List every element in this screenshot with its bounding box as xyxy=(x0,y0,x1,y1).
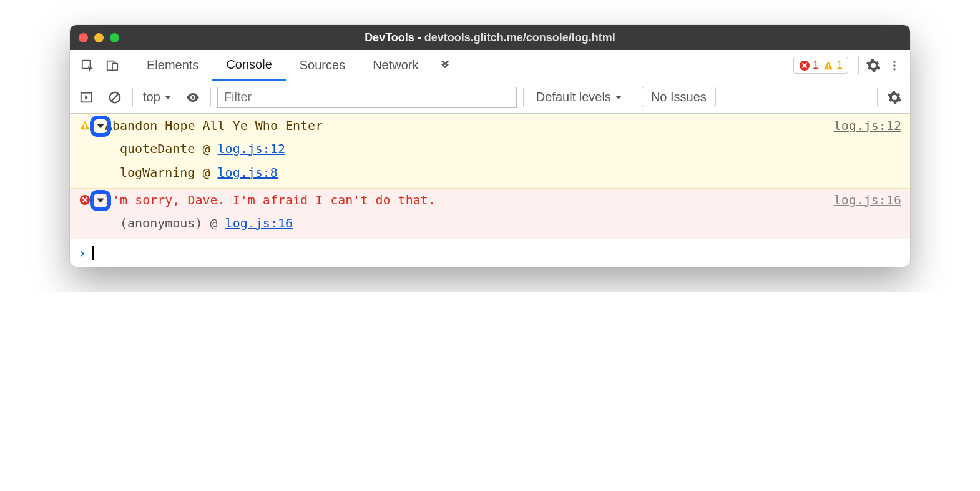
inspect-element-icon[interactable] xyxy=(75,54,100,77)
more-tabs-icon[interactable] xyxy=(433,54,458,77)
stack-frame: logWarning @ log.js:8 xyxy=(120,161,901,184)
console-settings-icon[interactable] xyxy=(884,87,905,108)
expand-toggle[interactable] xyxy=(92,192,109,209)
separator xyxy=(877,88,878,107)
expand-toggle[interactable] xyxy=(92,118,109,134)
clear-console-icon[interactable] xyxy=(104,86,126,109)
warning-icon xyxy=(79,119,91,132)
settings-icon[interactable] xyxy=(863,55,884,76)
error-warning-badge[interactable]: 1 1 xyxy=(793,57,848,74)
tab-network[interactable]: Network xyxy=(359,50,432,81)
stack-trace: (anonymous) @ log.js:16 xyxy=(105,211,901,235)
log-source-link[interactable]: log.js:16 xyxy=(834,192,901,207)
issues-button[interactable]: No Issues xyxy=(642,87,716,107)
tab-sources[interactable]: Sources xyxy=(286,50,359,81)
svg-rect-13 xyxy=(84,127,86,129)
kebab-menu-icon[interactable] xyxy=(884,55,905,76)
tab-console[interactable]: Console xyxy=(212,50,285,81)
warning-icon xyxy=(823,60,834,71)
chevron-down-icon xyxy=(96,122,105,131)
live-expression-icon[interactable] xyxy=(182,86,204,109)
console-prompt[interactable]: › xyxy=(70,239,910,267)
error-icon xyxy=(799,60,810,71)
separator xyxy=(129,56,129,75)
console-log-area: Abandon Hope All Ye Who Enter log.js:12 … xyxy=(70,114,910,267)
stack-link[interactable]: log.js:16 xyxy=(225,216,293,231)
warning-count-value: 1 xyxy=(836,59,843,72)
stack-fn: quoteDante xyxy=(120,141,195,156)
title-prefix: DevTools - xyxy=(365,31,424,44)
svg-rect-4 xyxy=(828,64,829,67)
error-count-value: 1 xyxy=(813,59,819,72)
device-toolbar-icon[interactable] xyxy=(100,54,125,77)
log-entry-error: I'm sorry, Dave. I'm afraid I can't do t… xyxy=(70,189,910,239)
context-selector[interactable]: top xyxy=(139,90,175,104)
svg-point-8 xyxy=(893,68,895,70)
tab-bar: Elements Console Sources Network 1 1 xyxy=(70,50,910,81)
stack-fn: logWarning xyxy=(120,165,195,180)
svg-point-6 xyxy=(893,61,895,62)
context-label: top xyxy=(143,90,160,104)
toggle-sidebar-icon[interactable] xyxy=(75,86,97,109)
chevron-down-icon xyxy=(96,196,105,205)
log-message: Abandon Hope All Ye Who Enter xyxy=(105,118,821,133)
error-count: 1 xyxy=(799,59,819,72)
separator xyxy=(132,88,133,107)
tab-elements[interactable]: Elements xyxy=(133,50,212,81)
levels-label: Default levels xyxy=(536,90,611,104)
svg-rect-2 xyxy=(112,63,117,70)
title-path: devtools.glitch.me/console/log.html xyxy=(424,31,615,44)
stack-fn: (anonymous) xyxy=(120,216,202,231)
stack-trace: quoteDante @ log.js:12 logWarning @ log.… xyxy=(105,137,901,184)
console-toolbar: top Default levels No Issues xyxy=(70,81,910,114)
prompt-caret-icon: › xyxy=(79,245,86,260)
separator xyxy=(210,88,211,107)
stack-link[interactable]: log.js:12 xyxy=(218,141,285,156)
svg-point-7 xyxy=(893,64,895,66)
log-entry-warning: Abandon Hope All Ye Who Enter log.js:12 … xyxy=(70,114,910,189)
stack-frame: quoteDante @ log.js:12 xyxy=(120,137,901,161)
svg-rect-12 xyxy=(84,124,86,127)
svg-point-11 xyxy=(192,96,194,99)
log-levels-selector[interactable]: Default levels xyxy=(530,90,629,104)
chevron-down-icon xyxy=(615,94,622,101)
stack-frame: (anonymous) @ log.js:16 xyxy=(120,211,901,235)
svg-rect-5 xyxy=(828,67,829,68)
window-title: DevTools - devtools.glitch.me/console/lo… xyxy=(70,31,910,44)
separator xyxy=(635,88,635,107)
chevron-down-icon xyxy=(164,94,172,101)
separator xyxy=(523,88,524,107)
filter-input[interactable] xyxy=(217,87,517,108)
warning-count: 1 xyxy=(823,59,843,72)
error-icon xyxy=(79,194,91,206)
devtools-window: DevTools - devtools.glitch.me/console/lo… xyxy=(70,25,910,267)
log-message: I'm sorry, Dave. I'm afraid I can't do t… xyxy=(105,192,821,207)
titlebar: DevTools - devtools.glitch.me/console/lo… xyxy=(70,25,910,50)
stack-link[interactable]: log.js:8 xyxy=(218,165,278,180)
separator xyxy=(858,56,859,75)
text-cursor xyxy=(92,245,94,260)
log-source-link[interactable]: log.js:12 xyxy=(834,118,901,133)
